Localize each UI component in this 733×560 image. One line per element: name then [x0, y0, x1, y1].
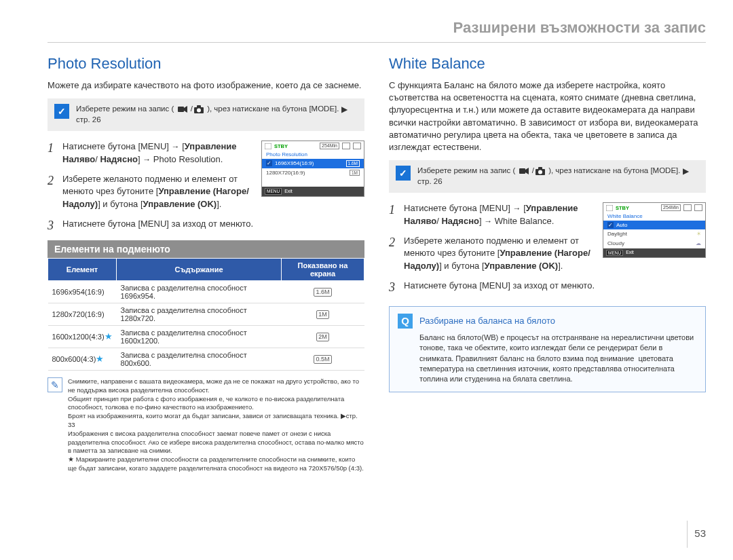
battery-icon	[694, 204, 702, 211]
resolution-badge-icon: 1.6M	[346, 160, 360, 167]
remaining-time: 254Min	[661, 204, 681, 211]
camera-screen-photo-resolution: STBY 254Min Photo Resolution ✓1696X954(1…	[261, 141, 364, 197]
table-row: 800x600(4:3)★ Записва с разделителна спо…	[48, 348, 364, 370]
svg-rect-9	[538, 167, 542, 170]
memory-card-icon	[606, 205, 613, 211]
th-displayed: Показвано на екрана	[282, 258, 364, 280]
submenu-heading: Елементи на подменюто	[48, 240, 364, 258]
exit-label: Exit	[626, 250, 634, 255]
infobox-body: Баланс на бялото(WB) е процесът на отстр…	[398, 333, 697, 385]
arrow-right-icon: →	[143, 154, 151, 166]
note-suffix: ), чрез натискане на бутона [MODE].	[207, 105, 341, 113]
step-2-right: Изберете желаното подменю и елемент от м…	[389, 235, 593, 274]
photo-resolution-intro: Можете да избирате качеството на фото из…	[48, 79, 364, 92]
table-row: 1280x720(16:9) Записва с разделителна сп…	[48, 303, 364, 325]
page-number: 53	[687, 521, 706, 548]
table-row: 1600x1200(4:3)★ Записва с разделителна с…	[48, 325, 364, 348]
sd-card-icon	[342, 143, 350, 149]
memory-card-icon	[265, 143, 271, 149]
note-prefix: Изберете режим на запис (	[76, 105, 174, 113]
svg-rect-3	[197, 105, 201, 108]
mode-note-left: ✓ Изберете режим на запис ( / ), чрез на…	[48, 98, 364, 131]
resolution-badge-icon: 2M	[316, 333, 329, 341]
camcorder-icon	[178, 105, 187, 113]
camera-screen-white-balance: STBY 254Min White Balance ✓Auto Daylight…	[603, 202, 706, 259]
battery-icon	[353, 143, 361, 149]
info-q-icon: Q	[398, 314, 413, 329]
resolution-badge-icon: 1M	[316, 310, 329, 319]
screen-option-daylight: Daylight ☀	[603, 229, 705, 239]
step-2-left: Изберете желаното подменю и елемент от м…	[48, 173, 252, 212]
footnote-block: ✎ Снимките, направени с вашата видеокаме…	[48, 377, 364, 473]
arrow-right-icon: →	[484, 216, 492, 227]
svg-marker-7	[525, 168, 529, 174]
step-1-left: Натиснете бутона [MENU] → [Управление На…	[48, 141, 252, 166]
section-title-white-balance: White Balance	[389, 55, 706, 73]
stby-label: STBY	[616, 205, 629, 211]
screen-menu-title: Photo Resolution	[262, 151, 364, 159]
screen-menu-title: White Balance	[603, 212, 705, 221]
exit-label: Exit	[284, 189, 293, 194]
screen-footer: MENU Exit	[603, 248, 705, 258]
camera-icon	[535, 167, 545, 175]
stby-label: STBY	[274, 143, 288, 149]
svg-point-4	[197, 109, 201, 113]
mode-note-text-left: Изберете режим на запис ( / ), чрез нати…	[76, 104, 358, 126]
screen-option-selected: ✓Auto	[603, 221, 705, 230]
cloud-icon: ☁	[696, 240, 701, 247]
star-icon: ★	[105, 331, 113, 341]
menu-key-icon: MENU	[606, 250, 623, 257]
resolution-table: Елемент Съдържание Показвано на екрана 1…	[48, 258, 364, 371]
sd-card-icon	[683, 204, 692, 211]
sun-icon: ☀	[696, 231, 701, 238]
check-icon: ✓	[266, 160, 272, 166]
steps-list-right: Натиснете бутона [MENU] → [Управление На…	[389, 202, 593, 280]
check-icon: ✓	[54, 104, 69, 119]
camera-icon	[194, 105, 204, 113]
page-header-title: Разширени възможности за запис	[48, 19, 706, 43]
resolution-badge-icon: 1.6M	[314, 288, 331, 297]
arrow-right-icon: →	[172, 141, 180, 153]
arrow-right-icon: ▶	[683, 166, 689, 176]
step-1-right: Натиснете бутона [MENU] → [Управление На…	[389, 202, 593, 228]
screen-option-cloudy: Cloudy ☁	[603, 239, 705, 248]
footnote-text: Снимките, направени с вашата видеокамера…	[68, 377, 364, 473]
infobox-title: Разбиране на баланса на бялото	[419, 316, 555, 326]
note-page-ref: стр. 26	[76, 115, 101, 124]
screen-footer: MENU Exit	[262, 187, 364, 196]
two-column-layout: Photo Resolution Можете да избирате каче…	[48, 55, 706, 473]
steps-list-left-cont: Натиснете бутона [MENU] за изход от меню…	[48, 218, 364, 231]
screen-option-selected: ✓1696X954(16:9) 1.6M	[262, 159, 364, 168]
white-balance-intro: С функцията Баланс на бялото може да изб…	[389, 79, 706, 153]
column-left: Photo Resolution Можете да избирате каче…	[48, 55, 364, 473]
svg-rect-6	[519, 168, 525, 174]
mode-note-text-right: Изберете режим на запис ( / ), чрез нати…	[417, 166, 699, 187]
svg-rect-11	[606, 205, 613, 211]
menu-key-icon: MENU	[265, 188, 282, 195]
steps-list-right-cont: Натиснете бутона [MENU] за изход от меню…	[389, 280, 706, 293]
manual-page: Разширени възможности за запис Photo Res…	[0, 0, 733, 560]
table-row: 1696x954(16:9) Записва с разделителна сп…	[48, 280, 364, 303]
note-pencil-icon: ✎	[48, 377, 62, 392]
svg-rect-0	[178, 107, 184, 112]
svg-rect-5	[265, 143, 271, 149]
svg-marker-1	[184, 106, 187, 113]
arrow-right-icon: →	[513, 203, 521, 214]
svg-point-10	[538, 170, 542, 174]
step-3-left: Натиснете бутона [MENU] за изход от меню…	[48, 218, 364, 231]
th-content: Съдържание	[117, 258, 282, 280]
mode-note-right: ✓ Изберете режим на запис ( / ), чрез на…	[389, 160, 706, 193]
check-icon: ✓	[607, 222, 614, 228]
screen-topbar: STBY 254Min	[603, 203, 705, 212]
column-right: White Balance С функцията Баланс на бяло…	[389, 55, 706, 473]
camcorder-icon	[519, 167, 529, 175]
arrow-right-icon: ▶	[341, 104, 347, 115]
screen-option: 1280X720(16:9) 1M	[262, 168, 364, 178]
screen-topbar: STBY 254Min	[262, 141, 364, 151]
step-3-right: Натиснете бутона [MENU] за изход от меню…	[389, 280, 706, 293]
th-element: Елемент	[48, 258, 117, 280]
resolution-badge-icon: 0.5M	[314, 355, 331, 364]
remaining-time: 254Min	[320, 143, 339, 149]
resolution-badge-icon: 1M	[350, 170, 360, 176]
steps-list-left: Натиснете бутона [MENU] → [Управление На…	[48, 141, 252, 218]
